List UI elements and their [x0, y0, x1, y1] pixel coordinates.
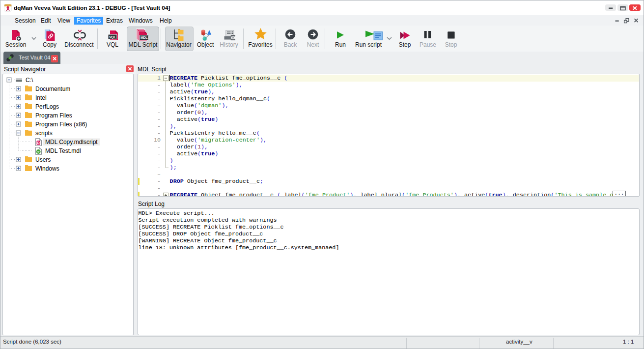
svg-text:VQL: VQL [109, 35, 116, 39]
svg-text:D: D [37, 141, 40, 145]
svg-text:MDL: MDL [140, 36, 148, 39]
